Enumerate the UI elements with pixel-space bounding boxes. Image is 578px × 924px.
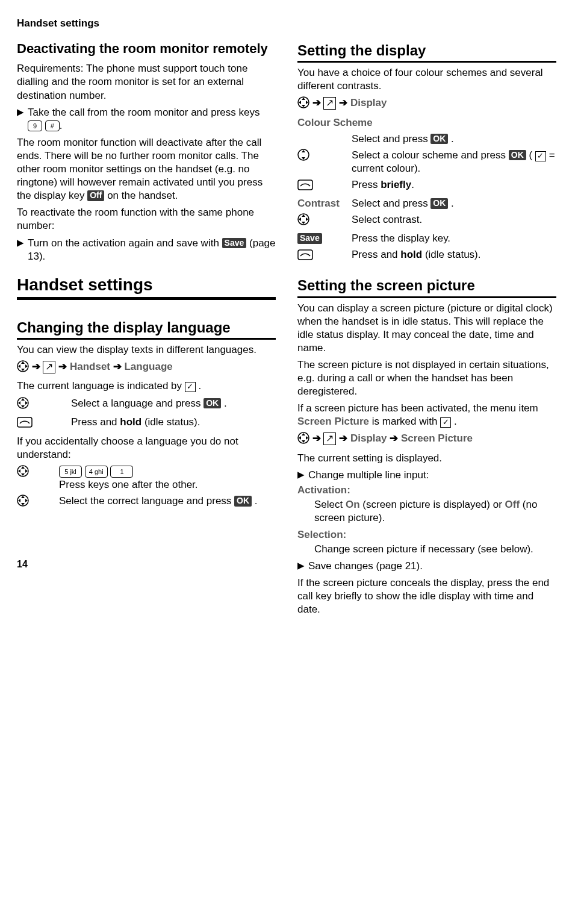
- selection-text: Change screen picture if necessary (see …: [314, 543, 556, 556]
- key-hash: #: [45, 120, 60, 132]
- sp-last-para: If the screen picture conceals the displ…: [297, 576, 556, 616]
- menu-language: Language: [124, 361, 172, 372]
- step-text: Select and press OK .: [352, 133, 556, 146]
- label-contrast: Contrast: [297, 197, 352, 210]
- check-icon: ✓: [185, 382, 196, 392]
- svg-marker-37: [302, 433, 305, 435]
- menu-screen-picture: Screen Picture: [401, 432, 473, 444]
- sp-current: The current setting is displayed.: [297, 452, 556, 465]
- right-column: Setting the display You have a choice of…: [297, 41, 556, 620]
- step-text: Select the correct language and press OK…: [59, 495, 276, 508]
- step-select-correct-lang: Select the correct language and press OK…: [17, 495, 276, 510]
- step-key: [17, 465, 59, 481]
- step-text: Select a language and press OK .: [71, 397, 276, 410]
- svg-marker-32: [302, 222, 305, 224]
- svg-marker-12: [21, 466, 25, 469]
- step-save: Save Press the display key.: [297, 232, 556, 245]
- nav-icon: [297, 213, 309, 229]
- step-key: [297, 213, 352, 229]
- svg-marker-31: [302, 214, 305, 217]
- arrow-icon: ➔: [113, 361, 122, 372]
- step-text: Press briefly.: [352, 178, 556, 192]
- svg-marker-40: [306, 436, 308, 440]
- para-deactivate-info: The room monitor function will deactivat…: [17, 136, 276, 202]
- svg-marker-17: [21, 496, 25, 498]
- menu-path-language: ➔ ↗ ➔ Handset ➔ Language: [17, 360, 276, 376]
- bullet-reactivate: ▶ Turn on the activation again and save …: [17, 237, 276, 263]
- key-4: 4 ghi: [85, 466, 108, 478]
- svg-marker-27: [302, 150, 305, 152]
- left-column: Deactivating the room monitor remotely R…: [17, 41, 276, 620]
- svg-rect-10: [17, 417, 32, 427]
- svg-marker-34: [306, 217, 308, 221]
- nav-icon: [297, 96, 309, 112]
- step-text: 5 jkl 4 ghi 1 Press keys one after the o…: [59, 465, 276, 492]
- option-on: On: [346, 499, 360, 510]
- check-icon: ✓: [440, 417, 451, 428]
- step-key: [17, 495, 59, 510]
- svg-marker-38: [302, 440, 305, 443]
- arrow-icon: ➔: [58, 361, 67, 372]
- svg-marker-4: [25, 364, 28, 368]
- endcall-icon: [17, 417, 33, 431]
- sp-para3: If a screen picture has been activated, …: [297, 402, 556, 428]
- step-select-contrast: Select contrast.: [297, 213, 556, 229]
- svg-marker-9: [25, 401, 28, 405]
- step-text: Select a colour scheme and press OK ( ✓ …: [352, 149, 556, 175]
- heading-handset-settings: Handset settings: [17, 274, 276, 300]
- menu-icon: ↗: [323, 432, 336, 445]
- step-text: Select and press OK .: [352, 197, 556, 210]
- bullet-icon: ▶: [17, 106, 24, 118]
- bullet-icon: ▶: [297, 560, 305, 572]
- svg-rect-29: [298, 180, 312, 190]
- nav-icon: [17, 397, 29, 413]
- svg-marker-15: [25, 469, 28, 473]
- svg-marker-20: [25, 499, 28, 502]
- label-selection: Selection:: [297, 528, 556, 542]
- step-key: [17, 397, 71, 413]
- svg-marker-2: [21, 369, 25, 371]
- svg-marker-6: [21, 398, 25, 401]
- svg-marker-25: [306, 101, 308, 104]
- menu-icon: ↗: [323, 97, 336, 109]
- label-activation: Activation:: [297, 484, 556, 497]
- requirements-text: Requirements: The phone must support tou…: [17, 62, 276, 102]
- bullet-icon: ▶: [297, 469, 305, 481]
- softkey-off: Off: [87, 190, 104, 201]
- page-number: 14: [17, 558, 276, 571]
- bullet-text: Turn on the activation again and save wi…: [28, 237, 276, 263]
- arrow-icon: ➔: [339, 97, 347, 108]
- arrow-icon: ➔: [339, 432, 347, 444]
- step-press-briefly: Press briefly.: [297, 178, 556, 194]
- svg-marker-33: [299, 217, 301, 221]
- softkey-ok: OK: [509, 150, 526, 161]
- step-text: Press the display key.: [352, 232, 556, 245]
- menu-screen-picture: Screen Picture: [297, 416, 369, 427]
- nav-icon: [297, 432, 309, 448]
- option-off: Off: [505, 499, 520, 510]
- svg-marker-22: [302, 98, 305, 100]
- page-header: Handset settings: [17, 17, 556, 30]
- step-press-hold: Press and hold (idle status).: [17, 416, 276, 431]
- softkey-ok: OK: [430, 198, 448, 209]
- nav-icon: [17, 360, 29, 376]
- step-key: [297, 178, 352, 194]
- heading-setting-display: Setting the display: [297, 41, 556, 63]
- current-language-text: The current language is indicated by ✓ .: [17, 379, 276, 393]
- key-9: 9: [28, 120, 42, 132]
- step-text: Press and hold (idle status).: [352, 248, 556, 261]
- bullet-take-call: ▶ Take the call from the room monitor an…: [17, 106, 276, 133]
- svg-marker-39: [299, 436, 301, 440]
- requirements-content: Requirements: The phone must support tou…: [17, 63, 247, 101]
- bullet-text: Save changes (page 21).: [308, 560, 423, 573]
- arrow-icon: ➔: [32, 361, 40, 372]
- arrow-icon: ➔: [312, 97, 321, 108]
- menu-display: Display: [350, 432, 387, 444]
- two-column-layout: Deactivating the room monitor remotely R…: [17, 41, 556, 620]
- bullet-change-input: ▶ Change multiple line input:: [297, 469, 556, 482]
- heading-change-language: Changing the display language: [17, 318, 276, 340]
- menu-path-display: ➔ ↗ ➔ Display: [297, 96, 556, 112]
- arrow-icon: ➔: [390, 432, 398, 444]
- step-select-language: Select a language and press OK .: [17, 397, 276, 413]
- step-key: Save: [297, 232, 352, 245]
